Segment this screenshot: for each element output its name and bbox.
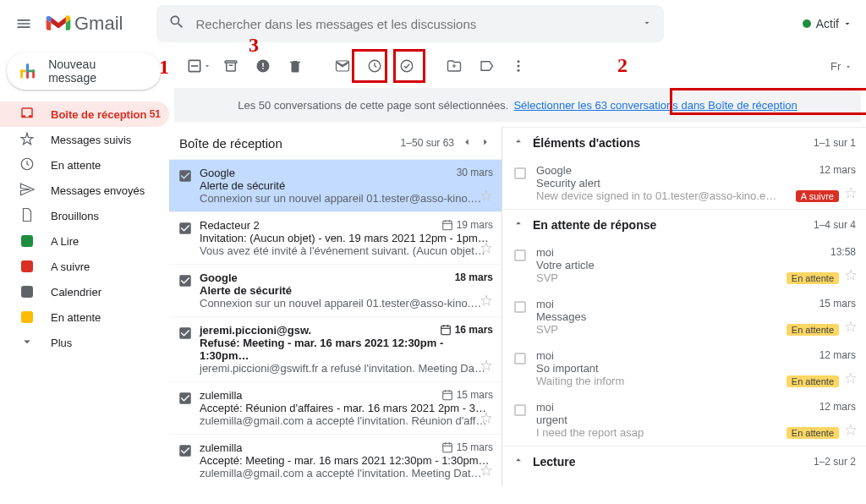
- side-email-row[interactable]: moiSo importantWaiting the inform12 mars…: [502, 342, 866, 394]
- star-icon[interactable]: [844, 320, 858, 336]
- group-header[interactable]: Éléments d'actions1–1 sur 1: [502, 127, 866, 157]
- svg-point-11: [518, 65, 520, 68]
- email-row[interactable]: Redacteur 2Invitation: (Aucun objet) - v…: [169, 211, 502, 264]
- email-row[interactable]: zulemillaAccepté: Réunion d'affaires - m…: [169, 381, 502, 434]
- gmail-logo[interactable]: Gmail: [46, 13, 123, 35]
- product-name: Gmail: [74, 13, 123, 35]
- status-indicator[interactable]: Actif: [803, 17, 852, 30]
- file-icon: [19, 207, 35, 225]
- spam-button[interactable]: [247, 51, 279, 81]
- star-icon[interactable]: [844, 423, 858, 439]
- star-icon[interactable]: [844, 186, 858, 202]
- inbox-title: Boîte de réception: [179, 136, 282, 151]
- star-icon[interactable]: [844, 268, 858, 284]
- checkbox[interactable]: [512, 403, 528, 439]
- star-icon[interactable]: [480, 293, 493, 310]
- side-email-row[interactable]: moiVotre articleSVP13:58En attente: [502, 239, 866, 291]
- presence-dot: [803, 19, 811, 28]
- nav-item-5[interactable]: A Lire: [0, 228, 169, 254]
- more-button[interactable]: [502, 51, 534, 81]
- star-icon[interactable]: [844, 371, 858, 387]
- label-icon: [21, 286, 33, 298]
- checkbox[interactable]: [512, 351, 528, 387]
- star-icon[interactable]: [480, 359, 493, 375]
- search-options-icon[interactable]: [642, 16, 652, 31]
- chevron-icon: [512, 454, 524, 468]
- svg-point-12: [518, 69, 520, 72]
- mark-read-button[interactable]: [326, 51, 359, 81]
- nav-item-1[interactable]: Messages suivis: [0, 127, 169, 152]
- checkbox[interactable]: [512, 166, 528, 202]
- checkbox[interactable]: [178, 168, 195, 205]
- chevron-icon: [512, 135, 524, 150]
- menu-icon[interactable]: [14, 15, 34, 32]
- nav-item-4[interactable]: Brouillons: [0, 203, 169, 228]
- snooze-button[interactable]: [359, 51, 391, 81]
- star-icon[interactable]: [480, 463, 493, 479]
- add-task-button[interactable]: [391, 51, 423, 81]
- compose-label: Nouveau message: [48, 58, 144, 85]
- checkbox[interactable]: [178, 391, 195, 427]
- input-lang[interactable]: Fr: [830, 60, 852, 73]
- nav-item-2[interactable]: En attente: [0, 152, 169, 178]
- checkbox[interactable]: [178, 443, 195, 479]
- email-row[interactable]: jeremi.piccioni@gsw.Refusé: Meeting - ma…: [169, 316, 502, 381]
- nav-item-3[interactable]: Messages envoyés: [0, 178, 169, 203]
- nav-item-7[interactable]: Calendrier: [0, 279, 169, 304]
- svg-rect-4: [26, 70, 29, 73]
- checkbox[interactable]: [178, 326, 195, 375]
- svg-rect-5: [26, 72, 29, 78]
- email-row[interactable]: GoogleAlerte de sécuritéConnexion sur un…: [169, 264, 502, 316]
- star-icon[interactable]: [480, 411, 493, 427]
- compose-button[interactable]: Nouveau message: [7, 52, 161, 90]
- page-next-button[interactable]: [480, 136, 491, 151]
- archive-button[interactable]: [215, 51, 247, 81]
- checkbox[interactable]: [512, 248, 528, 284]
- checkbox[interactable]: [178, 221, 195, 257]
- chevron-icon: [512, 217, 524, 232]
- svg-rect-15: [442, 391, 452, 400]
- search-bar[interactable]: [156, 5, 664, 42]
- email-row[interactable]: GoogleAlerte de sécuritéConnexion sur un…: [169, 159, 502, 211]
- group-header[interactable]: Lecture1–2 sur 2: [502, 446, 866, 476]
- nav-item-8[interactable]: En attente: [0, 304, 169, 330]
- star-icon: [19, 131, 35, 149]
- checkbox[interactable]: [178, 273, 195, 310]
- page-prev-button[interactable]: [461, 136, 473, 151]
- highlight-box-3: [670, 88, 866, 115]
- inbox-icon: [19, 106, 35, 123]
- svg-rect-2: [20, 70, 26, 73]
- svg-point-10: [518, 60, 520, 63]
- nav-item-0[interactable]: Boîte de réception51: [0, 101, 169, 127]
- clock-icon: [19, 156, 35, 174]
- label-button[interactable]: [470, 51, 502, 81]
- side-email-row[interactable]: moiMessagesSVP15 marsEn attente: [502, 291, 866, 342]
- label-icon: [21, 235, 33, 247]
- svg-rect-7: [191, 65, 198, 67]
- annotation-1: 1: [159, 56, 169, 79]
- svg-rect-16: [442, 443, 452, 452]
- email-row[interactable]: zulemillaAccepté: Meeting - mar. 16 mars…: [169, 434, 502, 486]
- select-all-checkbox[interactable]: [183, 51, 215, 81]
- checkbox[interactable]: [512, 299, 528, 336]
- nav-item-6[interactable]: A suivre: [0, 254, 169, 279]
- send-icon: [19, 182, 35, 200]
- search-input[interactable]: [195, 17, 652, 31]
- delete-button[interactable]: [279, 51, 311, 81]
- label-icon: [21, 311, 33, 323]
- nav-item-9[interactable]: Plus: [0, 330, 169, 355]
- svg-point-9: [401, 60, 413, 72]
- group-header[interactable]: En attente de réponse1–4 sur 4: [502, 209, 866, 239]
- svg-rect-13: [442, 221, 452, 230]
- pager-range: 1–50 sur 63: [401, 137, 454, 149]
- search-icon: [168, 14, 185, 34]
- svg-rect-3: [29, 70, 35, 73]
- svg-rect-14: [441, 326, 450, 335]
- star-icon[interactable]: [480, 241, 493, 257]
- star-icon[interactable]: [480, 189, 493, 205]
- toolbar: Fr: [169, 47, 866, 85]
- move-button[interactable]: [438, 51, 470, 81]
- side-email-row[interactable]: GoogleSecurity alertNew device signed in…: [502, 157, 866, 209]
- side-email-row[interactable]: moiurgentI need the report asap12 marsEn…: [502, 394, 866, 446]
- more-icon: [19, 334, 35, 352]
